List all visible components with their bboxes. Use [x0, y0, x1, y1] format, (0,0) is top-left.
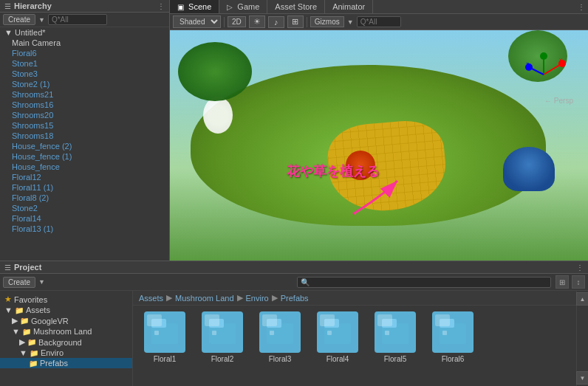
hierarchy-scene-root[interactable]: ▼ Untitled* — [0, 27, 169, 38]
asset-floral2[interactable]: Floral2 — [196, 311, 248, 363]
gizmos-btn[interactable]: Gizmos — [310, 16, 344, 27]
asset-floral5[interactable]: Floral5 — [369, 311, 421, 363]
folder-icon: 📁 — [30, 349, 38, 357]
hierarchy-item[interactable]: Shrooms21 — [0, 89, 169, 100]
create-dropdown-icon[interactable]: ▼ — [38, 16, 45, 24]
hierarchy-create-btn[interactable]: Create — [3, 14, 35, 25]
asset-label-floral5: Floral5 — [384, 355, 407, 363]
hierarchy-item[interactable]: Stone2 (1) — [0, 79, 169, 89]
tab-scene[interactable]: ▣ Scene — [170, 0, 219, 13]
project-sort-btn[interactable]: ↕ — [572, 275, 585, 289]
project-header: ☰ Project ⋮ — [0, 261, 588, 274]
gizmos-dropdown-icon[interactable]: ▼ — [347, 18, 354, 26]
hierarchy-item[interactable]: Stone3 — [0, 69, 169, 79]
game-tab-icon: ▷ — [227, 3, 233, 11]
svg-rect-26 — [440, 319, 454, 328]
breadcrumb-assets[interactable]: Assets — [139, 294, 163, 303]
breadcrumb-sep1: ▶ — [166, 293, 172, 303]
svg-rect-15 — [212, 331, 216, 335]
scene-tab-icon: ▣ — [177, 3, 184, 11]
folder-icon: ▼ — [4, 306, 13, 314]
hierarchy-item[interactable]: Floral14 — [0, 213, 169, 224]
scene-search-input[interactable] — [357, 16, 401, 27]
hierarchy-item[interactable]: Shrooms16 — [0, 100, 169, 110]
assets-grid: Floral1 Floral2 — [133, 306, 576, 369]
tab-game[interactable]: ▷ Game — [219, 0, 267, 13]
tree-googlevr[interactable]: ▶ 📁 GoogleVR — [0, 315, 132, 326]
tab-animator[interactable]: Animator — [325, 0, 373, 13]
hierarchy-item[interactable]: Floral8 (2) — [0, 193, 169, 203]
project-toolbar: Create ▼ ⊞ ↕ — [0, 274, 588, 291]
project-content: ★ Favorites ▼ 📁 Assets ▶ 📁 GoogleVR — [0, 291, 588, 386]
hierarchy-item[interactable]: Shrooms20 — [0, 110, 169, 120]
scene-gizmo: X Y Z — [522, 52, 566, 97]
asset-floral3[interactable]: Floral3 — [254, 311, 306, 363]
asset-icon-floral5 — [375, 311, 416, 353]
svg-rect-27 — [442, 331, 447, 335]
svg-rect-18 — [270, 331, 274, 335]
scene-tabs: ▣ Scene ▷ Game Asset Store Animator ⋮ — [170, 0, 588, 14]
project-icon: ☰ — [4, 263, 11, 272]
tree-background[interactable]: ▶ 📁 Background — [0, 337, 132, 348]
hierarchy-content: ▼ Untitled* Main Camera Floral6 Stone1 S… — [0, 27, 169, 261]
hierarchy-item[interactable]: Floral12 — [0, 172, 169, 182]
hierarchy-item[interactable]: Main Camera — [0, 38, 169, 48]
project-right-controls: ▲ ▼ — [576, 291, 588, 386]
hierarchy-item[interactable]: Stone2 — [0, 203, 169, 213]
hierarchy-item[interactable]: Stone1 — [0, 58, 169, 69]
svg-rect-17 — [267, 319, 281, 328]
svg-text:X: X — [559, 58, 563, 63]
project-create-dropdown-icon[interactable]: ▼ — [38, 278, 45, 286]
effects-btn[interactable]: ⊞ — [287, 15, 304, 28]
project-main: Assets ▶ Mushroom Land ▶ Enviro ▶ Prefab… — [133, 291, 576, 386]
project-panel: ☰ Project ⋮ Create ▼ ⊞ ↕ ★ Favorites — [0, 261, 588, 386]
shading-dropdown[interactable]: Shaded — [173, 15, 221, 28]
hierarchy-item[interactable]: Shrooms18 — [0, 131, 169, 141]
audio-btn[interactable]: ♪ — [268, 16, 284, 28]
mushroom-blue — [503, 147, 555, 191]
breadcrumb-enviro[interactable]: Enviro — [246, 294, 269, 303]
breadcrumb-mushroom-land[interactable]: Mushroom Land — [175, 294, 234, 303]
project-tree: ★ Favorites ▼ 📁 Assets ▶ 📁 GoogleVR — [0, 291, 133, 386]
hierarchy-item[interactable]: House_fence (1) — [0, 151, 169, 162]
asset-floral6[interactable]: Floral6 — [427, 311, 479, 363]
svg-rect-21 — [327, 331, 332, 335]
hierarchy-item[interactable]: House_fence — [0, 162, 169, 172]
hierarchy-item[interactable]: House_fence (2) — [0, 141, 169, 151]
2d-toggle-btn[interactable]: 2D — [228, 16, 246, 27]
breadcrumb-sep2: ▶ — [237, 293, 243, 303]
scroll-up-btn[interactable]: ▲ — [576, 292, 589, 306]
persp-label: ← Persp — [544, 97, 573, 105]
scene-toolbar: Shaded 2D ☀ ♪ ⊞ Gizmos ▼ — [170, 14, 588, 30]
triangle-icon: ▼ — [4, 28, 13, 37]
tab-asset-store[interactable]: Asset Store — [267, 0, 325, 13]
asset-floral4[interactable]: Floral4 — [312, 311, 363, 363]
tree-prefabs[interactable]: 📁 Prefabs — [0, 358, 132, 368]
hierarchy-item[interactable]: Shrooms15 — [0, 120, 169, 131]
scene-viewport[interactable]: X Y Z ← Persp 花や草を植える — [170, 30, 588, 261]
scroll-down-btn[interactable]: ▼ — [576, 371, 589, 385]
hierarchy-menu-btn[interactable]: ⋮ — [157, 2, 165, 10]
tree-enviro[interactable]: ▼ 📁 Enviro — [0, 348, 132, 358]
tree-mushroom-land[interactable]: ▼ 📁 Mushroom Land — [0, 326, 132, 337]
breadcrumb-prefabs[interactable]: Prefabs — [281, 294, 309, 303]
project-menu-btn[interactable]: ⋮ — [576, 263, 584, 272]
hierarchy-header: ☰ Hierarchy ⋮ — [0, 0, 169, 13]
hierarchy-item[interactable]: Floral6 — [0, 48, 169, 58]
project-filter-btn[interactable]: ⊞ — [555, 275, 569, 289]
scene-panel: ▣ Scene ▷ Game Asset Store Animator ⋮ — [170, 0, 588, 261]
asset-icon-floral4 — [317, 311, 358, 353]
asset-floral1[interactable]: Floral1 — [139, 311, 191, 363]
hierarchy-search-input[interactable] — [48, 14, 107, 25]
hierarchy-item[interactable]: Floral13 (1) — [0, 224, 169, 234]
tree-favorites[interactable]: ★ Favorites — [0, 294, 132, 305]
project-create-btn[interactable]: Create — [3, 277, 35, 288]
scene-menu-btn[interactable]: ⋮ — [575, 3, 588, 11]
tree-assets[interactable]: ▼ 📁 Assets — [0, 305, 132, 315]
lighting-btn[interactable]: ☀ — [249, 15, 265, 28]
svg-rect-14 — [209, 319, 224, 328]
hierarchy-item[interactable]: Floral11 (1) — [0, 182, 169, 193]
background-folder-icon: ▶ — [19, 337, 25, 347]
svg-rect-11 — [151, 319, 166, 328]
project-search-input[interactable] — [297, 277, 551, 288]
